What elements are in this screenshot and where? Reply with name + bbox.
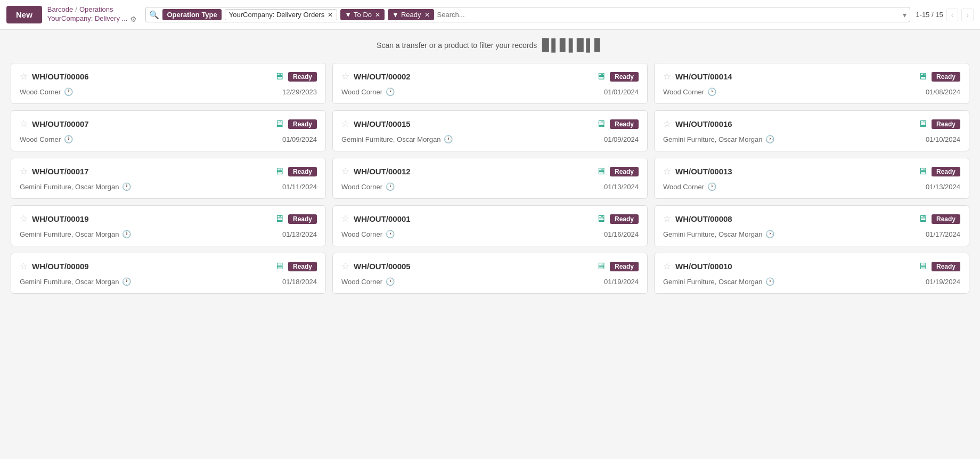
- star-icon[interactable]: ☆: [341, 213, 349, 224]
- star-icon[interactable]: ☆: [20, 71, 28, 82]
- pagination-text: 1-15 / 15: [916, 11, 943, 19]
- delivery-filter-label: YourCompany: Delivery Orders: [229, 11, 324, 19]
- card-title-area: ☆ WH/OUT/00015: [341, 118, 411, 130]
- card-title: WH/OUT/00012: [354, 167, 411, 176]
- breadcrumb-barcode[interactable]: Barcode: [47, 5, 73, 14]
- card-item[interactable]: ☆ WH/OUT/00014 🖥 Ready Wood Corner 🕐 01/…: [654, 63, 969, 104]
- new-button[interactable]: New: [6, 6, 42, 23]
- card-item[interactable]: ☆ WH/OUT/00001 🖥 Ready Wood Corner 🕐 01/…: [332, 205, 648, 246]
- ready-filter-chip[interactable]: ▼ Ready ✕: [388, 9, 434, 20]
- card-title-area: ☆ WH/OUT/00001: [341, 213, 411, 224]
- monitor-icon: 🖥: [596, 71, 606, 82]
- search-dropdown-arrow[interactable]: ▾: [903, 11, 907, 19]
- card-title-area: ☆ WH/OUT/00019: [20, 213, 89, 224]
- next-page-button[interactable]: ›: [961, 9, 974, 21]
- star-icon[interactable]: ☆: [341, 71, 349, 82]
- clock-icon: 🕐: [386, 182, 395, 191]
- card-title: WH/OUT/00009: [32, 262, 89, 271]
- barcode-icon: ▊▌▋▌▊▌▋: [542, 38, 603, 52]
- clock-icon: 🕐: [386, 230, 395, 238]
- star-icon[interactable]: ☆: [663, 166, 671, 177]
- monitor-icon: 🖥: [274, 213, 284, 224]
- card-footer: Gemini Furniture, Oscar Morgan 🕐 01/11/2…: [20, 182, 317, 191]
- delivery-filter-close[interactable]: ✕: [328, 11, 333, 19]
- company-name: Wood Corner: [341, 183, 382, 191]
- monitor-icon: 🖥: [596, 118, 606, 130]
- prev-page-button[interactable]: ‹: [946, 9, 959, 21]
- gear-icon[interactable]: ⚙: [130, 14, 137, 24]
- card-title-area: ☆ WH/OUT/00006: [20, 71, 89, 82]
- star-icon[interactable]: ☆: [20, 166, 28, 177]
- status-badge: Ready: [932, 167, 960, 176]
- status-badge: Ready: [610, 119, 639, 129]
- card-item[interactable]: ☆ WH/OUT/00010 🖥 Ready Gemini Furniture,…: [654, 253, 969, 294]
- breadcrumb-operations[interactable]: Operations: [79, 5, 113, 14]
- card-item[interactable]: ☆ WH/OUT/00012 🖥 Ready Wood Corner 🕐 01/…: [332, 158, 648, 199]
- monitor-icon: 🖥: [918, 261, 927, 272]
- card-item[interactable]: ☆ WH/OUT/00015 🖥 Ready Gemini Furniture,…: [332, 110, 648, 151]
- company-name: Gemini Furniture, Oscar Morgan: [20, 230, 119, 238]
- monitor-icon: 🖥: [274, 71, 284, 82]
- star-icon[interactable]: ☆: [341, 261, 349, 272]
- star-icon[interactable]: ☆: [20, 213, 28, 224]
- company-name: Gemini Furniture, Oscar Morgan: [663, 135, 762, 143]
- card-header: ☆ WH/OUT/00009 🖥 Ready: [20, 261, 317, 272]
- filter-funnel-icon2: ▼: [392, 11, 399, 19]
- ready-filter-close[interactable]: ✕: [424, 11, 430, 19]
- card-item[interactable]: ☆ WH/OUT/00016 🖥 Ready Gemini Furniture,…: [654, 110, 969, 151]
- card-header: ☆ WH/OUT/00016 🖥 Ready: [663, 118, 960, 130]
- clock-icon: 🕐: [386, 87, 395, 96]
- card-item[interactable]: ☆ WH/OUT/00009 🖥 Ready Gemini Furniture,…: [11, 253, 326, 294]
- breadcrumb-area: Barcode / Operations YourCompany: Delive…: [47, 5, 137, 24]
- card-header: ☆ WH/OUT/00010 🖥 Ready: [663, 261, 960, 272]
- monitor-icon: 🖥: [918, 118, 927, 130]
- delivery-filter-chip[interactable]: YourCompany: Delivery Orders ✕: [225, 9, 337, 20]
- card-right: 🖥 Ready: [274, 118, 317, 130]
- star-icon[interactable]: ☆: [663, 71, 671, 82]
- card-header: ☆ WH/OUT/00002 🖥 Ready: [341, 71, 639, 82]
- star-icon[interactable]: ☆: [663, 261, 671, 272]
- company-name: Wood Corner: [341, 230, 382, 238]
- star-icon[interactable]: ☆: [663, 118, 671, 130]
- card-title-area: ☆ WH/OUT/00013: [663, 166, 732, 177]
- status-badge: Ready: [288, 72, 317, 82]
- card-right: 🖥 Ready: [918, 71, 960, 82]
- status-badge: Ready: [932, 262, 960, 271]
- card-date: 01/17/2024: [926, 230, 960, 238]
- card-date: 01/09/2024: [282, 135, 317, 143]
- company-name: Wood Corner: [341, 278, 382, 286]
- status-badge: Ready: [610, 72, 639, 82]
- breadcrumb-sub: YourCompany: Delivery ... ⚙: [47, 14, 137, 24]
- todo-filter-close[interactable]: ✕: [375, 11, 380, 19]
- card-right: 🖥 Ready: [596, 118, 639, 130]
- star-icon[interactable]: ☆: [663, 213, 671, 224]
- monitor-icon: 🖥: [596, 213, 606, 224]
- card-title: WH/OUT/00017: [32, 167, 89, 176]
- card-item[interactable]: ☆ WH/OUT/00005 🖥 Ready Wood Corner 🕐 01/…: [332, 253, 648, 294]
- search-input[interactable]: [437, 11, 899, 19]
- star-icon[interactable]: ☆: [341, 166, 349, 177]
- card-item[interactable]: ☆ WH/OUT/00019 🖥 Ready Gemini Furniture,…: [11, 205, 326, 246]
- company-name: Wood Corner: [20, 88, 61, 96]
- card-header: ☆ WH/OUT/00006 🖥 Ready: [20, 71, 317, 82]
- card-item[interactable]: ☆ WH/OUT/00006 🖥 Ready Wood Corner 🕐 12/…: [11, 63, 326, 104]
- card-right: 🖥 Ready: [274, 71, 317, 82]
- card-title-area: ☆ WH/OUT/00010: [663, 261, 732, 272]
- card-item[interactable]: ☆ WH/OUT/00017 🖥 Ready Gemini Furniture,…: [11, 158, 326, 199]
- status-badge: Ready: [288, 214, 317, 224]
- company-name: Wood Corner: [341, 88, 382, 96]
- card-footer: Gemini Furniture, Oscar Morgan 🕐 01/13/2…: [20, 230, 317, 238]
- card-header: ☆ WH/OUT/00005 🖥 Ready: [341, 261, 639, 272]
- ready-filter-label: Ready: [401, 11, 421, 19]
- star-icon[interactable]: ☆: [20, 118, 28, 130]
- company-name: Wood Corner: [663, 88, 704, 96]
- company-name: Wood Corner: [663, 183, 704, 191]
- star-icon[interactable]: ☆: [20, 261, 28, 272]
- star-icon[interactable]: ☆: [341, 118, 349, 130]
- card-item[interactable]: ☆ WH/OUT/00007 🖥 Ready Wood Corner 🕐 01/…: [11, 110, 326, 151]
- card-item[interactable]: ☆ WH/OUT/00002 🖥 Ready Wood Corner 🕐 01/…: [332, 63, 648, 104]
- card-item[interactable]: ☆ WH/OUT/00008 🖥 Ready Gemini Furniture,…: [654, 205, 969, 246]
- card-item[interactable]: ☆ WH/OUT/00013 🖥 Ready Wood Corner 🕐 01/…: [654, 158, 969, 199]
- todo-filter-chip[interactable]: ▼ To Do ✕: [340, 9, 385, 20]
- card-date: 01/13/2024: [926, 183, 960, 191]
